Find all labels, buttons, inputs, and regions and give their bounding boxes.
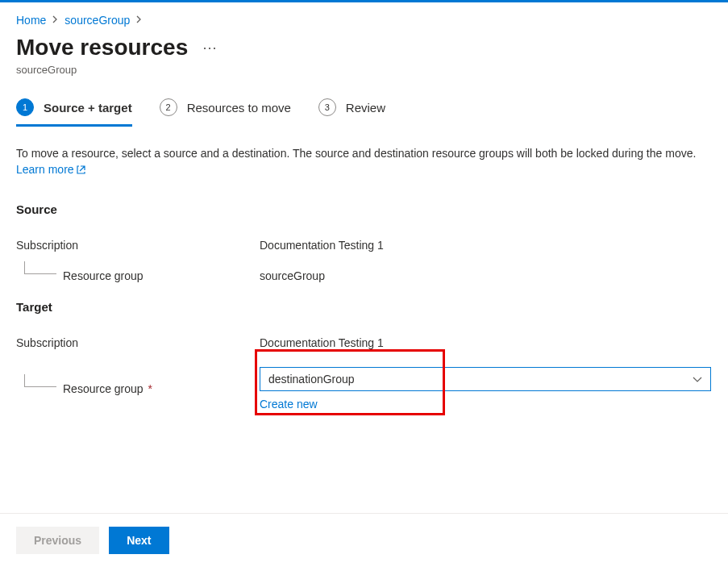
- create-new-link[interactable]: Create new: [260, 398, 318, 411]
- next-button[interactable]: Next: [109, 527, 168, 554]
- breadcrumb-home[interactable]: Home: [16, 14, 46, 27]
- target-heading: Target: [16, 300, 712, 314]
- tree-connector-icon: [24, 261, 56, 274]
- tab-review[interactable]: 3 Review: [318, 98, 385, 124]
- breadcrumb-sourcegroup[interactable]: sourceGroup: [64, 14, 130, 27]
- source-resourcegroup-label: Resource group: [63, 269, 144, 282]
- footer-bar: Previous Next: [0, 513, 728, 567]
- chevron-down-icon: [693, 373, 702, 386]
- tab-step-number: 2: [160, 98, 177, 116]
- more-actions-icon[interactable]: ⋯: [202, 39, 218, 56]
- external-link-icon: [76, 163, 86, 179]
- tab-label: Review: [346, 101, 385, 115]
- target-subscription-value: Documentation Testing 1: [260, 336, 384, 349]
- source-heading: Source: [16, 202, 712, 216]
- source-subscription-label: Subscription: [16, 239, 78, 252]
- required-indicator: *: [145, 382, 152, 395]
- source-resourcegroup-value: sourceGroup: [260, 269, 325, 282]
- target-subscription-label: Subscription: [16, 336, 78, 349]
- target-resourcegroup-select[interactable]: destinationGroup: [260, 367, 711, 391]
- tab-step-number: 3: [318, 98, 336, 116]
- previous-button[interactable]: Previous: [16, 527, 99, 554]
- wizard-tabs: 1 Source + target 2 Resources to move 3 …: [16, 98, 712, 124]
- intro-text: To move a resource, select a source and …: [16, 145, 712, 180]
- breadcrumb: Home sourceGroup: [16, 14, 712, 27]
- tab-step-number: 1: [16, 98, 34, 116]
- page-subtitle: sourceGroup: [16, 64, 712, 76]
- source-subscription-value: Documentation Testing 1: [260, 239, 384, 252]
- tab-source-target[interactable]: 1 Source + target: [16, 98, 132, 127]
- tree-connector-icon: [24, 374, 56, 387]
- target-resourcegroup-label: Resource group *: [63, 382, 152, 395]
- page-title: Move resources: [16, 35, 188, 60]
- tab-label: Source + target: [44, 101, 132, 115]
- chevron-right-icon: [52, 15, 58, 26]
- tab-label: Resources to move: [187, 101, 291, 115]
- learn-more-link[interactable]: Learn more: [16, 163, 86, 176]
- chevron-right-icon: [136, 15, 142, 26]
- tab-resources-to-move[interactable]: 2 Resources to move: [160, 98, 291, 124]
